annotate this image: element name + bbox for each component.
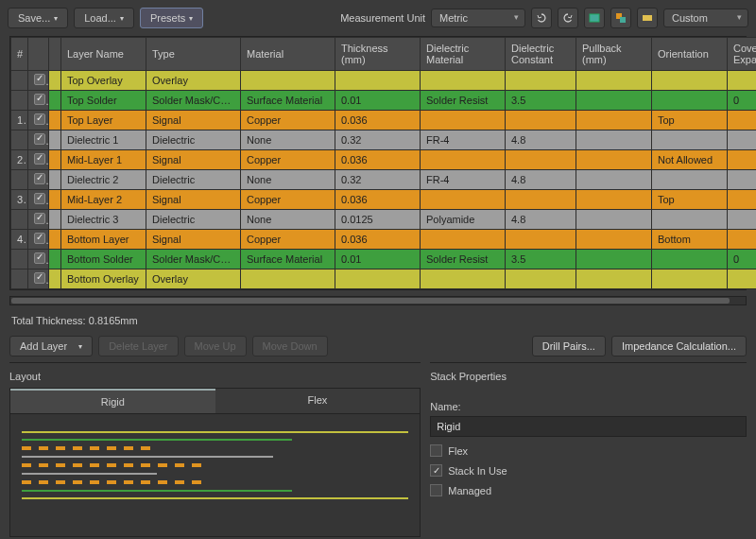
cell[interactable]	[728, 170, 757, 190]
cell[interactable]: 3.5	[506, 250, 576, 270]
cell[interactable]	[421, 190, 506, 210]
drill-pairs-button[interactable]: Drill Pairs...	[532, 336, 606, 356]
row-check-icon[interactable]	[34, 74, 45, 85]
cell[interactable]	[49, 150, 61, 170]
cell[interactable]: Not Allowed	[652, 150, 728, 170]
row-check-icon[interactable]	[34, 113, 45, 125]
cell[interactable]	[652, 91, 728, 111]
col-header[interactable]: Dielectric Material	[421, 38, 506, 71]
cell[interactable]: Dielectric	[146, 210, 241, 230]
cell[interactable]	[241, 71, 335, 91]
cell[interactable]: Mid-Layer 1	[61, 150, 146, 170]
cell[interactable]: Mid-Layer 2	[61, 190, 146, 210]
cell[interactable]	[421, 150, 506, 170]
cell[interactable]	[576, 130, 652, 150]
cell[interactable]	[49, 111, 61, 130]
cell[interactable]: Copper	[241, 230, 335, 250]
cell[interactable]: Signal	[146, 150, 241, 170]
presets-button[interactable]: Presets▾	[140, 8, 203, 28]
row-check-icon[interactable]	[34, 233, 45, 244]
cell[interactable]: Top	[652, 111, 728, 130]
cell[interactable]	[49, 210, 61, 230]
row-check-icon[interactable]	[34, 133, 45, 145]
col-header[interactable]: Coverlay Expansion	[728, 38, 757, 71]
cell[interactable]: Surface Material	[241, 91, 335, 111]
table-row[interactable]: Bottom SolderSolder Mask/Co...Surface Ma…	[11, 250, 757, 270]
horizontal-scrollbar[interactable]	[9, 296, 747, 305]
cell[interactable]	[506, 150, 576, 170]
cell[interactable]: Solder Resist	[421, 91, 506, 111]
save-button[interactable]: Save...▾	[8, 8, 68, 28]
cell[interactable]	[728, 71, 757, 91]
cell[interactable]: Dielectric	[146, 130, 241, 150]
cell[interactable]	[28, 71, 49, 91]
cell[interactable]	[335, 71, 421, 91]
cell[interactable]: 0.32	[335, 170, 421, 190]
cell[interactable]: 4.8	[506, 170, 576, 190]
cell[interactable]	[11, 250, 28, 270]
col-header[interactable]: Orientation	[652, 38, 728, 71]
cell[interactable]: 3.5	[506, 91, 576, 111]
col-header[interactable]: #	[11, 38, 28, 71]
tool1-icon[interactable]	[584, 8, 605, 28]
col-header[interactable]: Pullback (mm)	[576, 38, 652, 71]
cell[interactable]: Bottom Layer	[61, 230, 146, 250]
table-row[interactable]: 2Mid-Layer 1SignalCopper0.036Not Allowed	[11, 150, 757, 170]
cell[interactable]	[49, 250, 61, 270]
load-button[interactable]: Load...▾	[74, 8, 134, 28]
cell[interactable]: 0.036	[335, 230, 421, 250]
cell[interactable]: 4.8	[506, 210, 576, 230]
cell[interactable]	[49, 71, 61, 91]
table-row[interactable]: Dielectric 3DielectricNone0.0125Polyamid…	[11, 210, 757, 230]
tool2-icon[interactable]	[610, 8, 631, 28]
cell[interactable]: None	[241, 170, 335, 190]
cell[interactable]	[241, 270, 335, 289]
cell[interactable]: Top	[652, 190, 728, 210]
table-row[interactable]: 1Top LayerSignalCopper0.036Top	[11, 111, 757, 130]
col-header[interactable]: Dielectric Constant	[506, 38, 576, 71]
cell[interactable]	[576, 111, 652, 130]
cell[interactable]	[728, 150, 757, 170]
cell[interactable]: Signal	[146, 111, 241, 130]
cell[interactable]: Dielectric	[146, 170, 241, 190]
cell[interactable]	[49, 91, 61, 111]
cell[interactable]: Solder Resist	[421, 250, 506, 270]
cell[interactable]: 0	[728, 250, 757, 270]
cell[interactable]: 3	[11, 190, 28, 210]
cell[interactable]	[11, 71, 28, 91]
cell[interactable]	[421, 270, 506, 289]
cell[interactable]: Dielectric 2	[61, 170, 146, 190]
cell[interactable]	[11, 91, 28, 111]
cell[interactable]	[506, 270, 576, 289]
tab-flex[interactable]: Flex	[215, 389, 421, 413]
cell[interactable]: 0.01	[335, 250, 421, 270]
cell[interactable]: Bottom	[652, 230, 728, 250]
cell[interactable]: Overlay	[146, 270, 241, 289]
cell[interactable]	[335, 270, 421, 289]
cell[interactable]	[576, 91, 652, 111]
cell[interactable]	[28, 91, 49, 111]
cell[interactable]: Dielectric 3	[61, 210, 146, 230]
cell[interactable]: Top Solder	[61, 91, 146, 111]
flex-checkbox[interactable]: Flex	[430, 444, 747, 457]
cell[interactable]: Bottom Solder	[61, 250, 146, 270]
cell[interactable]: 0.01	[335, 91, 421, 111]
table-row[interactable]: Top OverlayOverlay	[11, 71, 757, 91]
cell[interactable]: Top Overlay	[61, 71, 146, 91]
stack-in-use-checkbox[interactable]: Stack In Use	[430, 464, 747, 477]
move-up-button[interactable]: Move Up	[184, 336, 247, 356]
cell[interactable]	[28, 130, 49, 150]
managed-checkbox[interactable]: Managed	[430, 484, 747, 496]
cell[interactable]: Polyamide	[421, 210, 506, 230]
cell[interactable]	[728, 130, 757, 150]
col-header[interactable]: Layer Name	[61, 38, 146, 71]
col-header[interactable]: Material	[241, 38, 335, 71]
cell[interactable]	[728, 190, 757, 210]
cell[interactable]: 0	[728, 91, 757, 111]
cell[interactable]	[28, 190, 49, 210]
delete-layer-button[interactable]: Delete Layer	[98, 336, 178, 356]
cell[interactable]	[728, 270, 757, 289]
cell[interactable]	[652, 210, 728, 230]
cell[interactable]: Solder Mask/Co...	[146, 250, 241, 270]
add-layer-button[interactable]: Add Layer▾	[9, 336, 93, 356]
